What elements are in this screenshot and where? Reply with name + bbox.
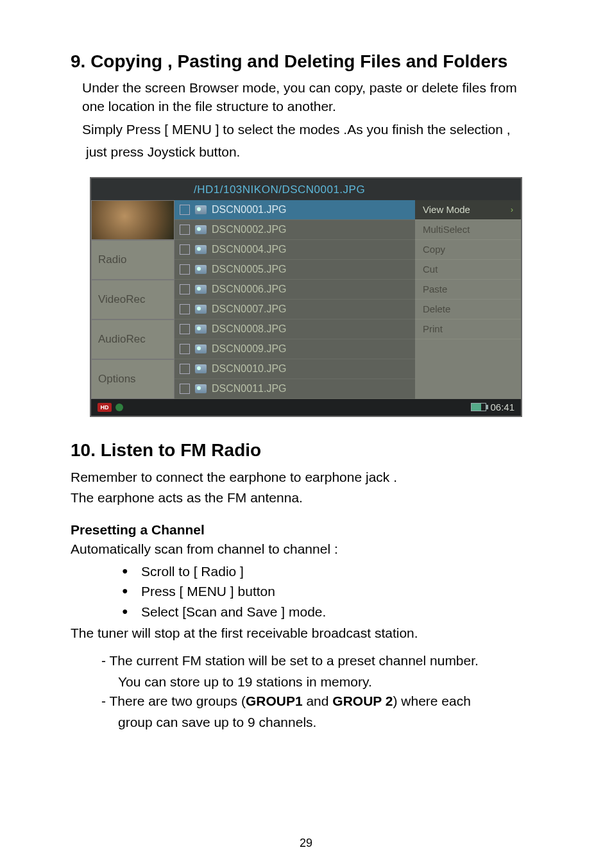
checkbox-icon[interactable] bbox=[180, 384, 190, 394]
file-row[interactable]: DSCN0007.JPG bbox=[174, 300, 415, 319]
chevron-right-icon: › bbox=[511, 205, 513, 214]
dash-text: ) where each bbox=[393, 694, 470, 708]
image-file-icon bbox=[195, 384, 207, 393]
sidebar-item-options[interactable]: Options bbox=[91, 359, 174, 399]
file-name: DSCN0004.JPG bbox=[212, 244, 287, 255]
image-file-icon bbox=[195, 305, 207, 314]
intro-paragraph-1: Under the screen Browser mode, you can c… bbox=[82, 78, 541, 116]
hd-icon: HD bbox=[98, 403, 112, 412]
menu-label: Delete bbox=[423, 303, 450, 314]
file-row[interactable]: DSCN0010.JPG bbox=[174, 359, 415, 379]
checkbox-icon[interactable] bbox=[180, 364, 190, 374]
menu-label: View Mode bbox=[423, 204, 470, 215]
dash-item-cont: You can store up to 19 stations in memor… bbox=[101, 672, 541, 692]
sidebar-item-label: Options bbox=[98, 373, 136, 386]
checkbox-icon[interactable] bbox=[180, 344, 190, 354]
screenshot-body: Radio VideoRec AudioRec Options DSCN0001… bbox=[91, 200, 521, 399]
checkbox-icon[interactable] bbox=[180, 205, 190, 215]
file-row[interactable]: DSCN0006.JPG bbox=[174, 280, 415, 300]
image-file-icon bbox=[195, 285, 207, 294]
status-bar: HD 06:41 bbox=[91, 399, 521, 416]
sidebar-item-label: AudioRec bbox=[98, 333, 146, 346]
group2-label: GROUP 2 bbox=[332, 694, 393, 708]
battery-icon bbox=[471, 403, 486, 411]
menu-label: Cut bbox=[423, 264, 438, 275]
subheading-preset: Presetting a Channel bbox=[71, 522, 541, 538]
section-heading-10: 10. Listen to FM Radio bbox=[71, 440, 541, 461]
checkbox-icon[interactable] bbox=[180, 324, 190, 334]
menu-item-print[interactable]: Print bbox=[415, 319, 521, 339]
sidebar-item-audiorec[interactable]: AudioRec bbox=[91, 319, 174, 359]
file-name: DSCN0001.JPG bbox=[212, 204, 287, 216]
menu-item-cut[interactable]: Cut bbox=[415, 260, 521, 280]
image-file-icon bbox=[195, 364, 207, 373]
document-page: 9. Copying , Pasting and Deleting Files … bbox=[0, 0, 612, 868]
image-file-icon bbox=[195, 265, 207, 274]
group1-label: GROUP1 bbox=[246, 694, 303, 708]
file-name: DSCN0005.JPG bbox=[212, 264, 287, 275]
image-file-icon bbox=[195, 225, 207, 234]
sidebar-item-radio[interactable]: Radio bbox=[91, 240, 174, 280]
sidebar-item-videorec[interactable]: VideoRec bbox=[91, 280, 174, 319]
image-file-icon bbox=[195, 325, 207, 334]
file-name: DSCN0006.JPG bbox=[212, 284, 287, 295]
file-row[interactable]: DSCN0004.JPG bbox=[174, 240, 415, 260]
menu-item-delete[interactable]: Delete bbox=[415, 300, 521, 319]
image-file-icon bbox=[195, 205, 207, 214]
fm-paragraph-2: The earphone acts as the FM antenna. bbox=[71, 489, 541, 507]
menu-item-copy[interactable]: Copy bbox=[415, 240, 521, 260]
clock-label: 06:41 bbox=[490, 402, 514, 413]
file-name: DSCN0007.JPG bbox=[212, 303, 287, 315]
intro-paragraph-2: Simply Press [ MENU ] to select the mode… bbox=[82, 120, 541, 139]
checkbox-icon[interactable] bbox=[180, 284, 190, 294]
file-name: DSCN0008.JPG bbox=[212, 323, 287, 335]
tuner-note: The tuner will stop at the first receiva… bbox=[71, 624, 541, 642]
status-right: 06:41 bbox=[471, 402, 514, 413]
path-bar: /HD1/103NIKON/DSCN0001.JPG bbox=[91, 178, 521, 200]
intro-paragraph-3: just press Joystick button. bbox=[86, 142, 541, 161]
sidebar-item-label: VideoRec bbox=[98, 293, 145, 306]
image-file-icon bbox=[195, 345, 207, 353]
file-row[interactable]: DSCN0002.JPG bbox=[174, 220, 415, 240]
file-row[interactable]: DSCN0008.JPG bbox=[174, 319, 415, 339]
image-file-icon bbox=[195, 245, 207, 254]
bullet-item: Select [Scan and Save ] mode. bbox=[122, 602, 541, 622]
fm-paragraph-1: Remember to connect the earphone to earp… bbox=[71, 468, 541, 486]
checkbox-icon[interactable] bbox=[180, 304, 190, 314]
context-menu: View Mode › MultiSelect Copy Cut Paste D… bbox=[415, 200, 521, 399]
menu-item-multiselect[interactable]: MultiSelect bbox=[415, 220, 521, 240]
file-list: DSCN0001.JPG DSCN0002.JPG DSCN0004.JPG D… bbox=[174, 200, 415, 399]
menu-label: Paste bbox=[423, 284, 447, 294]
sidebar: Radio VideoRec AudioRec Options bbox=[91, 200, 174, 399]
menu-item-viewmode[interactable]: View Mode › bbox=[415, 200, 521, 220]
dash-text: and bbox=[303, 694, 333, 708]
status-left: HD bbox=[98, 403, 123, 412]
sidebar-thumbnail[interactable] bbox=[91, 200, 174, 240]
file-row[interactable]: DSCN0001.JPG bbox=[174, 200, 415, 220]
page-number: 29 bbox=[0, 837, 612, 850]
bullet-item: Press [ MENU ] button bbox=[122, 581, 541, 602]
scan-intro: Automatically scan from channel to chann… bbox=[71, 540, 541, 558]
bullet-item: Scroll to [ Radio ] bbox=[122, 561, 541, 582]
checkbox-icon[interactable] bbox=[180, 264, 190, 275]
dash-text: - There are two groups ( bbox=[101, 694, 246, 708]
dash-list: - The current FM station will be set to … bbox=[71, 651, 541, 732]
file-name: DSCN0010.JPG bbox=[212, 363, 287, 375]
menu-item-paste[interactable]: Paste bbox=[415, 280, 521, 300]
file-name: DSCN0002.JPG bbox=[212, 224, 287, 235]
sidebar-item-label: Radio bbox=[98, 253, 126, 266]
dash-item: - There are two groups (GROUP1 and GROUP… bbox=[101, 692, 541, 711]
file-row[interactable]: DSCN0009.JPG bbox=[174, 339, 415, 359]
dash-item: - The current FM station will be set to … bbox=[101, 651, 541, 670]
checkbox-icon[interactable] bbox=[180, 244, 190, 255]
device-screenshot: /HD1/103NIKON/DSCN0001.JPG Radio VideoRe… bbox=[90, 177, 522, 417]
checkbox-icon[interactable] bbox=[180, 225, 190, 235]
bullet-list: Scroll to [ Radio ] Press [ MENU ] butto… bbox=[71, 561, 541, 622]
file-name: DSCN0009.JPG bbox=[212, 343, 287, 355]
file-row[interactable]: DSCN0011.JPG bbox=[174, 379, 415, 399]
section-heading-9: 9. Copying , Pasting and Deleting Files … bbox=[71, 51, 541, 72]
status-dot-icon bbox=[115, 404, 123, 411]
menu-label: Copy bbox=[423, 244, 445, 255]
file-name: DSCN0011.JPG bbox=[212, 383, 287, 395]
file-row[interactable]: DSCN0005.JPG bbox=[174, 260, 415, 280]
